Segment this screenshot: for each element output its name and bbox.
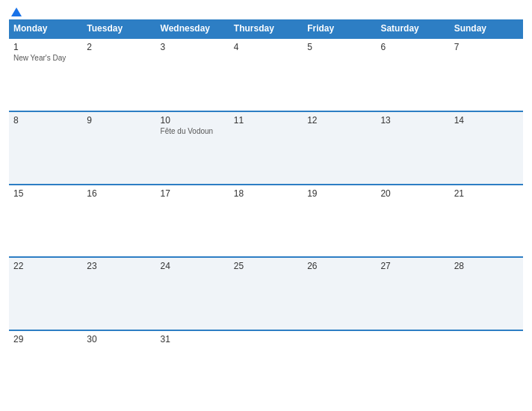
logo-triangle-icon xyxy=(11,7,22,16)
weekday-header-saturday: Saturday xyxy=(376,19,449,38)
calendar-cell: 30 xyxy=(82,330,155,404)
calendar-cell: 16 xyxy=(82,185,155,258)
calendar-page: MondayTuesdayWednesdayThursdayFridaySatu… xyxy=(0,0,532,411)
calendar-table: MondayTuesdayWednesdayThursdayFridaySatu… xyxy=(9,19,523,404)
day-number: 11 xyxy=(234,115,298,126)
calendar-cell: 3 xyxy=(156,38,229,111)
day-number: 5 xyxy=(307,42,371,52)
weekday-header-thursday: Thursday xyxy=(229,19,303,38)
day-number: 18 xyxy=(234,188,298,199)
calendar-cell: 23 xyxy=(82,257,155,330)
day-number: 10 xyxy=(161,115,225,126)
calendar-cell: 27 xyxy=(376,257,449,330)
day-number: 3 xyxy=(161,42,225,52)
calendar-cell xyxy=(450,330,523,404)
day-number: 22 xyxy=(13,261,78,271)
day-number: 26 xyxy=(307,261,371,271)
day-number: 21 xyxy=(454,188,519,199)
day-number: 24 xyxy=(161,261,225,271)
day-number: 29 xyxy=(13,334,78,344)
day-number: 15 xyxy=(13,188,78,199)
calendar-cell: 19 xyxy=(303,185,376,258)
holiday-name: New Year's Day xyxy=(13,54,78,62)
calendar-header xyxy=(9,7,523,16)
calendar-cell: 5 xyxy=(303,38,376,111)
day-number: 23 xyxy=(87,261,151,271)
calendar-cell xyxy=(376,330,449,404)
calendar-cell: 18 xyxy=(229,185,303,258)
day-number: 20 xyxy=(380,188,445,199)
calendar-cell: 9 xyxy=(82,111,155,185)
day-number: 16 xyxy=(87,188,151,199)
calendar-cell: 25 xyxy=(229,257,303,330)
day-number: 8 xyxy=(13,115,78,126)
calendar-cell: 15 xyxy=(9,185,82,258)
calendar-cell: 22 xyxy=(9,257,82,330)
calendar-cell: 24 xyxy=(156,257,229,330)
day-number: 9 xyxy=(87,115,151,126)
day-number: 27 xyxy=(380,261,445,271)
logo xyxy=(9,7,22,16)
day-number: 6 xyxy=(380,42,445,52)
calendar-cell: 29 xyxy=(9,330,82,404)
day-number: 30 xyxy=(87,334,151,344)
weekday-header-wednesday: Wednesday xyxy=(156,19,229,38)
calendar-cell: 26 xyxy=(303,257,376,330)
weekday-header-sunday: Sunday xyxy=(450,19,523,38)
week-row-4: 22232425262728 xyxy=(9,257,523,330)
calendar-cell: 2 xyxy=(82,38,155,111)
day-number: 1 xyxy=(13,42,78,52)
week-row-1: 1New Year's Day234567 xyxy=(9,38,523,111)
calendar-cell: 28 xyxy=(450,257,523,330)
calendar-cell: 11 xyxy=(229,111,303,185)
day-number: 31 xyxy=(161,334,225,344)
day-number: 28 xyxy=(454,261,519,271)
weekday-header-tuesday: Tuesday xyxy=(82,19,155,38)
calendar-cell: 14 xyxy=(450,111,523,185)
calendar-cell: 12 xyxy=(303,111,376,185)
calendar-cell: 8 xyxy=(9,111,82,185)
week-row-3: 15161718192021 xyxy=(9,185,523,258)
calendar-cell: 21 xyxy=(450,185,523,258)
calendar-cell: 10Fête du Vodoun xyxy=(156,111,229,185)
calendar-cell xyxy=(303,330,376,404)
calendar-cell: 7 xyxy=(450,38,523,111)
day-number: 17 xyxy=(161,188,225,199)
calendar-cell: 20 xyxy=(376,185,449,258)
day-number: 12 xyxy=(307,115,371,126)
holiday-name: Fête du Vodoun xyxy=(161,127,225,135)
week-row-2: 8910Fête du Vodoun11121314 xyxy=(9,111,523,185)
calendar-cell: 6 xyxy=(376,38,449,111)
calendar-cell: 1New Year's Day xyxy=(9,38,82,111)
calendar-cell: 13 xyxy=(376,111,449,185)
calendar-cell: 31 xyxy=(156,330,229,404)
weekday-header-row: MondayTuesdayWednesdayThursdayFridaySatu… xyxy=(9,19,523,38)
day-number: 13 xyxy=(380,115,445,126)
day-number: 14 xyxy=(454,115,519,126)
logo-blue-container xyxy=(9,7,22,16)
weekday-header-monday: Monday xyxy=(9,19,82,38)
day-number: 25 xyxy=(234,261,298,271)
calendar-cell xyxy=(229,330,303,404)
day-number: 7 xyxy=(454,42,519,52)
calendar-cell: 17 xyxy=(156,185,229,258)
week-row-5: 293031 xyxy=(9,330,523,404)
day-number: 2 xyxy=(87,42,151,52)
day-number: 19 xyxy=(307,188,371,199)
weekday-header-friday: Friday xyxy=(303,19,376,38)
calendar-cell: 4 xyxy=(229,38,303,111)
day-number: 4 xyxy=(234,42,298,52)
